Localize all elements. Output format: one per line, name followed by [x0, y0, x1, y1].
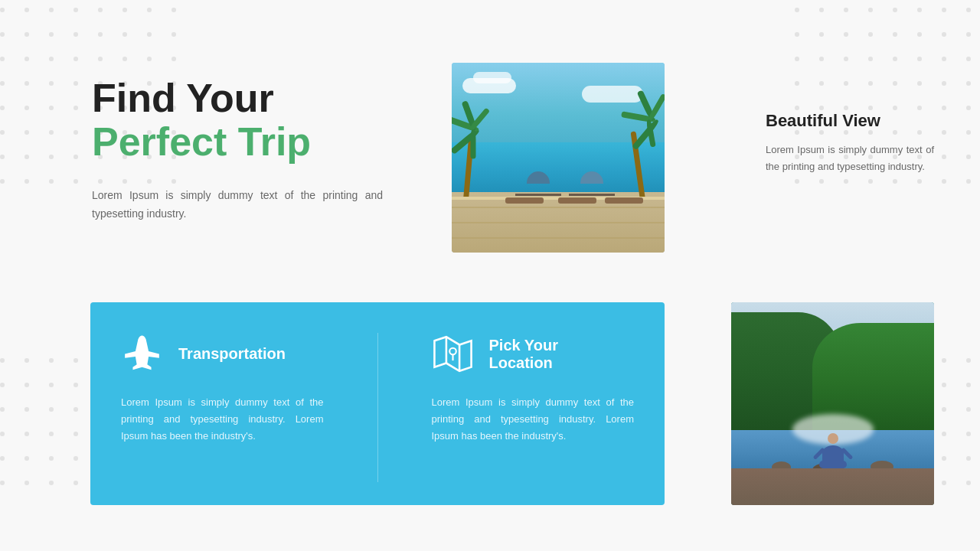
- blue-features-section: Transportation Lorem Ipsum is simply dum…: [90, 302, 665, 505]
- location-header: Pick Your Location: [432, 333, 635, 375]
- svg-point-3: [449, 348, 456, 355]
- beach-image: [452, 63, 665, 253]
- airplane-icon: [121, 333, 163, 375]
- beautiful-view-title: Beautiful View: [766, 111, 934, 131]
- hero-section: Find Your Perfect Trip Lorem Ipsum is si…: [92, 77, 383, 223]
- feature-divider: [377, 333, 378, 482]
- nature-image-container: [731, 302, 934, 505]
- right-panel-description: Lorem Ipsum is simply dummy text of the …: [766, 142, 934, 175]
- transportation-description: Lorem Ipsum is simply dummy text of the …: [121, 394, 324, 445]
- location-description: Lorem Ipsum is simply dummy text of the …: [432, 394, 635, 445]
- headline-line2: Perfect Trip: [92, 120, 383, 164]
- beach-image-container: [452, 63, 665, 253]
- transportation-feature: Transportation Lorem Ipsum is simply dum…: [121, 333, 324, 482]
- map-icon: [432, 333, 474, 375]
- headline-line1: Find Your: [92, 77, 383, 120]
- right-panel: Beautiful View Lorem Ipsum is simply dum…: [766, 111, 934, 175]
- transportation-header: Transportation: [121, 333, 324, 375]
- location-feature: Pick Your Location Lorem Ipsum is simply…: [432, 333, 635, 482]
- location-title: Pick Your Location: [489, 337, 558, 372]
- page: Find Your Perfect Trip Lorem Ipsum is si…: [0, 0, 980, 551]
- nature-image: [731, 302, 934, 505]
- hero-description: Lorem Ipsum is simply dummy text of the …: [92, 187, 383, 223]
- transportation-title: Transportation: [178, 345, 286, 363]
